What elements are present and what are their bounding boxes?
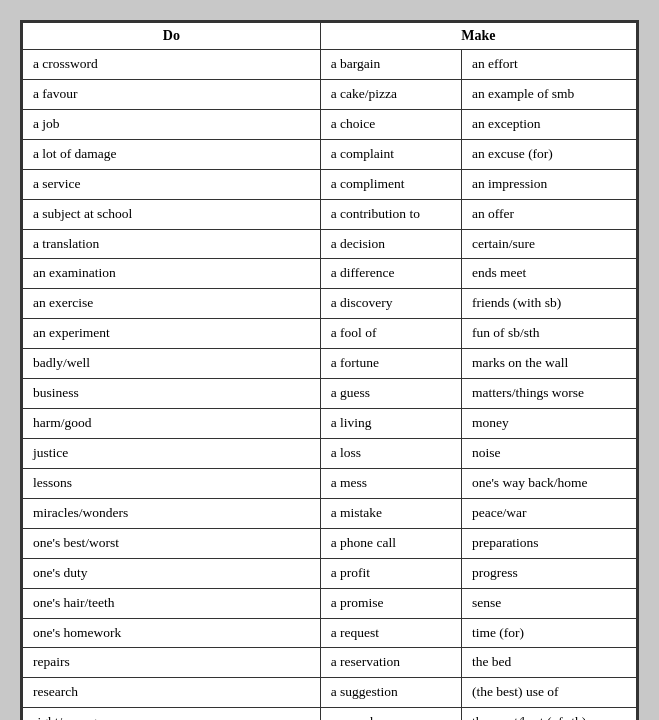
- make-cell-2: (the best) use of: [461, 678, 636, 708]
- do-cell: a lot of damage: [23, 139, 321, 169]
- main-table-container: Do Make a crossworda bargainan efforta f…: [20, 20, 639, 720]
- make-cell-1: a request: [320, 618, 461, 648]
- do-cell: business: [23, 379, 321, 409]
- table-row: a servicea complimentan impression: [23, 169, 637, 199]
- make-cell-2: an effort: [461, 50, 636, 80]
- make-cell-1: a phone call: [320, 528, 461, 558]
- make-cell-2: money: [461, 409, 636, 439]
- make-cell-2: an offer: [461, 199, 636, 229]
- make-cell-2: sense: [461, 588, 636, 618]
- do-cell: a subject at school: [23, 199, 321, 229]
- make-cell-2: ends meet: [461, 259, 636, 289]
- table-row: an exercisea discoveryfriends (with sb): [23, 289, 637, 319]
- make-cell-2: matters/things worse: [461, 379, 636, 409]
- make-cell-1: a complaint: [320, 139, 461, 169]
- make-cell-2: preparations: [461, 528, 636, 558]
- do-cell: one's hair/teeth: [23, 588, 321, 618]
- table-row: researcha suggestion(the best) use of: [23, 678, 637, 708]
- vocabulary-table: Do Make a crossworda bargainan efforta f…: [22, 22, 637, 720]
- make-cell-1: a difference: [320, 259, 461, 289]
- make-header: Make: [320, 23, 636, 50]
- do-cell: a translation: [23, 229, 321, 259]
- make-cell-1: a living: [320, 409, 461, 439]
- make-cell-1: a discovery: [320, 289, 461, 319]
- make-cell-1: a speech: [320, 708, 461, 720]
- make-cell-2: certain/sure: [461, 229, 636, 259]
- do-cell: harm/good: [23, 409, 321, 439]
- do-cell: miracles/wonders: [23, 498, 321, 528]
- make-cell-1: a compliment: [320, 169, 461, 199]
- do-cell: repairs: [23, 648, 321, 678]
- table-row: a lot of damagea complaintan excuse (for…: [23, 139, 637, 169]
- table-row: one's best/worsta phone callpreparations: [23, 528, 637, 558]
- do-cell: an experiment: [23, 319, 321, 349]
- make-cell-2: an example of smb: [461, 79, 636, 109]
- do-cell: lessons: [23, 468, 321, 498]
- make-cell-2: friends (with sb): [461, 289, 636, 319]
- do-cell: right/wrong: [23, 708, 321, 720]
- make-cell-1: a reservation: [320, 648, 461, 678]
- make-cell-1: a contribution to: [320, 199, 461, 229]
- table-row: businessa guessmatters/things worse: [23, 379, 637, 409]
- make-cell-1: a fool of: [320, 319, 461, 349]
- make-cell-1: a promise: [320, 588, 461, 618]
- make-cell-1: a mistake: [320, 498, 461, 528]
- table-row: right/wronga speechthe most/best (of sth…: [23, 708, 637, 720]
- do-cell: justice: [23, 438, 321, 468]
- make-cell-2: time (for): [461, 618, 636, 648]
- make-cell-1: a bargain: [320, 50, 461, 80]
- table-row: lessonsa messone's way back/home: [23, 468, 637, 498]
- make-cell-2: peace/war: [461, 498, 636, 528]
- do-cell: an exercise: [23, 289, 321, 319]
- table-row: a favoura cake/pizzaan example of smb: [23, 79, 637, 109]
- make-cell-2: an impression: [461, 169, 636, 199]
- make-cell-2: the bed: [461, 648, 636, 678]
- table-row: repairsa reservationthe bed: [23, 648, 637, 678]
- table-row: a subject at schoola contribution toan o…: [23, 199, 637, 229]
- make-cell-2: an excuse (for): [461, 139, 636, 169]
- make-cell-2: noise: [461, 438, 636, 468]
- table-row: one's hair/teetha promisesense: [23, 588, 637, 618]
- do-cell: a favour: [23, 79, 321, 109]
- make-cell-1: a fortune: [320, 349, 461, 379]
- table-row: harm/gooda livingmoney: [23, 409, 637, 439]
- do-cell: one's best/worst: [23, 528, 321, 558]
- make-cell-2: the most/best (of sth): [461, 708, 636, 720]
- make-cell-1: a loss: [320, 438, 461, 468]
- make-cell-1: a mess: [320, 468, 461, 498]
- table-row: one's homeworka requesttime (for): [23, 618, 637, 648]
- table-row: an experimenta fool offun of sb/sth: [23, 319, 637, 349]
- table-row: a crossworda bargainan effort: [23, 50, 637, 80]
- do-cell: a service: [23, 169, 321, 199]
- make-cell-2: marks on the wall: [461, 349, 636, 379]
- do-cell: one's duty: [23, 558, 321, 588]
- make-cell-1: a profit: [320, 558, 461, 588]
- do-cell: badly/well: [23, 349, 321, 379]
- make-cell-1: a decision: [320, 229, 461, 259]
- table-row: an examinationa differenceends meet: [23, 259, 637, 289]
- make-cell-2: one's way back/home: [461, 468, 636, 498]
- do-cell: a crossword: [23, 50, 321, 80]
- table-row: a joba choicean exception: [23, 109, 637, 139]
- table-row: miracles/wondersa mistakepeace/war: [23, 498, 637, 528]
- table-row: a translationa decisioncertain/sure: [23, 229, 637, 259]
- table-row: one's dutya profitprogress: [23, 558, 637, 588]
- table-row: justicea lossnoise: [23, 438, 637, 468]
- make-cell-1: a suggestion: [320, 678, 461, 708]
- make-cell-1: a cake/pizza: [320, 79, 461, 109]
- make-cell-2: fun of sb/sth: [461, 319, 636, 349]
- do-cell: one's homework: [23, 618, 321, 648]
- make-cell-1: a guess: [320, 379, 461, 409]
- do-cell: research: [23, 678, 321, 708]
- do-cell: an examination: [23, 259, 321, 289]
- table-row: badly/wella fortunemarks on the wall: [23, 349, 637, 379]
- do-cell: a job: [23, 109, 321, 139]
- make-cell-2: an exception: [461, 109, 636, 139]
- make-cell-2: progress: [461, 558, 636, 588]
- make-cell-1: a choice: [320, 109, 461, 139]
- do-header: Do: [23, 23, 321, 50]
